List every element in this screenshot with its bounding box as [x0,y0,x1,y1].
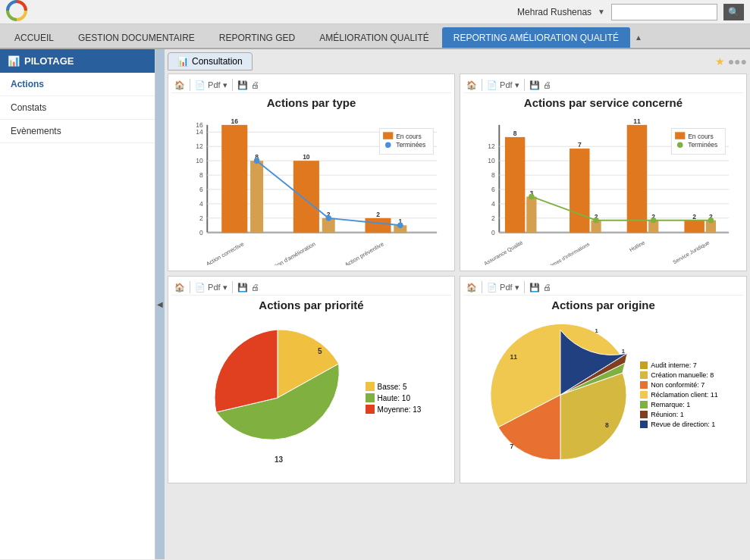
svg-text:10: 10 [488,157,495,164]
chart3-title: Actions par priorité [171,299,451,311]
tab-gestion[interactable]: GESTION DOCUMENTAIRE [67,27,206,48]
chart-panel-priorite: 🏠 📄 Pdf ▾ 💾 🖨 Actions par priorité [168,276,455,483]
consultation-tab-bar: 📊 Consultation ★ ●●● [168,52,747,70]
user-name[interactable]: Mehrad Rushenas [517,7,592,17]
svg-text:8: 8 [491,171,495,179]
svg-text:6: 6 [491,186,495,193]
sidebar-header: 📊 PILOTAGE [0,49,155,73]
toolbar-home-4[interactable]: 🏠 [466,283,477,293]
sidebar-collapse-button[interactable]: ◀ [155,49,165,559]
divider-4b [524,281,525,293]
svg-point-75 [651,217,657,224]
svg-text:13: 13 [275,455,284,464]
sidebar-item-constats[interactable]: Constats [0,96,155,120]
search-button[interactable]: 🔍 [723,4,744,20]
legend-label-basse: Basse: 5 [378,383,407,391]
legend-label-remarque: Remarque: 1 [651,401,690,408]
divider [232,79,233,91]
toolbar-save-1[interactable]: 💾 [237,80,248,90]
toolbar-pdf-1[interactable]: 📄 Pdf ▾ [195,80,228,90]
tab-reporting-ged[interactable]: REPORTING GED [208,27,306,48]
svg-text:1: 1 [595,327,599,334]
legend-basse: Basse: 5 [366,382,422,391]
legend-color-haute [366,393,375,402]
toolbar-home-3[interactable]: 🏠 [174,283,185,293]
divider-2 [482,79,482,91]
toolbar-pdf-2[interactable]: 📄 Pdf ▾ [487,80,519,90]
bar-corrective-encours [221,125,247,233]
bar-corrective-terminees [250,161,263,233]
divider-4 [482,281,482,293]
toolbar-pdf-3[interactable]: 📄 Pdf ▾ [195,283,228,293]
consultation-tab[interactable]: 📊 Consultation [168,52,253,70]
svg-point-73 [529,194,535,200]
legend-color-revue [640,421,648,428]
star-icon[interactable]: ★ [715,55,725,67]
chart3-container: 5 10 13 Basse: 5 [171,316,451,480]
toolbar-save-4[interactable]: 💾 [529,283,540,293]
svg-text:12: 12 [488,142,495,150]
consultation-tab-icon: 📊 [177,56,189,67]
sidebar-item-evenements[interactable]: Evènements [0,120,155,143]
svg-point-74 [593,217,599,224]
sidebar-item-actions[interactable]: Actions [0,73,155,96]
toolbar-print-3[interactable]: 🖨 [251,283,259,292]
svg-text:Terminées: Terminées [688,141,717,149]
svg-point-29 [254,158,260,164]
svg-point-30 [325,215,331,221]
svg-text:2: 2 [199,214,203,222]
svg-text:8: 8 [605,421,609,429]
svg-text:Action corrective: Action corrective [205,240,245,265]
svg-text:11: 11 [633,117,641,125]
svg-rect-53 [505,137,525,233]
legend-label-moyenne: Moyenne: 13 [378,405,422,414]
chart-toolbar-1: 🏠 📄 Pdf ▾ 💾 🖨 [171,77,451,93]
tab-amelioration[interactable]: AMÉLIORATION QUALITÉ [308,27,440,48]
svg-text:10: 10 [303,153,310,161]
divider-3 [190,281,190,293]
content-area: 📊 Consultation ★ ●●● 🏠 📄 Pdf ▾ 💾 🖨 [165,49,750,559]
toolbar-save-3[interactable]: 💾 [237,283,248,293]
user-dropdown-icon[interactable]: ▼ [598,8,605,16]
dots-icon[interactable]: ●●● [728,55,747,67]
chart1-title: Actions par type [171,96,451,109]
charts-grid: 🏠 📄 Pdf ▾ 💾 🖨 Actions par type 0 2 [168,74,747,483]
chart3-legend: Basse: 5 Haute: 10 Moyenne: 13 [366,380,422,416]
nav-tabs: ACCUEIL GESTION DOCUMENTAIRE REPORTING G… [0,24,750,49]
toolbar-print-2[interactable]: 🖨 [543,80,551,89]
main-layout: 📊 PILOTAGE Actions Constats Evènements ◀… [0,49,750,559]
top-right-area: Mehrad Rushenas ▼ 🔍 [517,4,744,20]
toolbar-print-1[interactable]: 🖨 [251,80,259,89]
chart4-container: 7 8 7 11 1 [463,316,743,474]
legend-color-remarque [640,401,648,408]
chart-panel-type: 🏠 📄 Pdf ▾ 💾 🖨 Actions par type 0 2 [168,74,455,271]
bar-amelioration-encours [293,161,319,233]
tab-reporting-amelioration[interactable]: REPORTING AMÉLIORATION QUALITÉ [442,27,630,48]
svg-text:0: 0 [491,229,495,236]
legend-nonconf: Non conformité: 7 [640,381,718,389]
legend-label-revue: Revue de direction: 1 [651,421,715,428]
svg-text:2: 2 [491,214,495,222]
chart1-svg: 0 2 4 6 8 10 12 14 16 [171,114,451,265]
tab-accueil[interactable]: ACCUEIL [3,27,65,48]
legend-haute: Haute: 10 [366,393,422,402]
svg-text:Direction des systèmes d'infor: Direction des systèmes d'informations [515,241,592,265]
toolbar-home-2[interactable]: 🏠 [466,80,477,90]
toolbar-save-2[interactable]: 💾 [529,80,540,90]
nav-chevron[interactable]: ▲ [632,33,645,42]
search-input[interactable] [611,4,717,20]
svg-text:En cours: En cours [396,133,422,140]
chart-toolbar-4: 🏠 📄 Pdf ▾ 💾 🖨 [463,280,743,296]
chart2-svg: 0 2 4 6 8 10 12 8 [463,114,743,265]
svg-text:16: 16 [196,121,203,129]
toolbar-print-4[interactable]: 🖨 [543,283,551,292]
consultation-tab-label: Consultation [192,56,243,67]
legend-label-haute: Haute: 10 [378,394,410,402]
chart-panel-service: 🏠 📄 Pdf ▾ 💾 🖨 Actions par service concer… [460,74,747,271]
chart4-pie: 7 8 7 11 1 [488,319,632,471]
pilotage-icon: 📊 [8,55,20,67]
svg-text:10: 10 [196,157,203,164]
svg-text:Hotline: Hotline [629,239,646,253]
toolbar-pdf-4[interactable]: 📄 Pdf ▾ [487,283,519,293]
toolbar-home-1[interactable]: 🏠 [174,80,185,90]
